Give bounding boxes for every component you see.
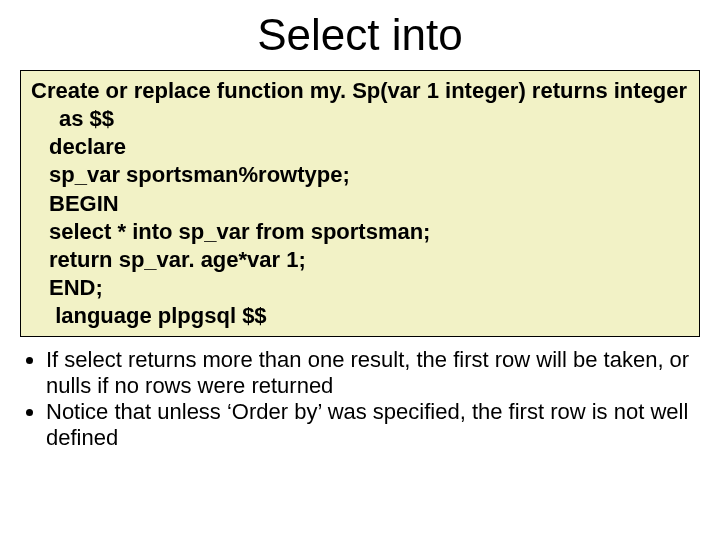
code-line: sp_var sportsman%rowtype; bbox=[31, 161, 689, 189]
code-line: Create or replace function my. Sp(var 1 … bbox=[31, 77, 689, 133]
slide: Select into Create or replace function m… bbox=[0, 0, 720, 540]
bullet-list: If select returns more than one result, … bbox=[20, 347, 700, 451]
code-line: language plpgsql $$ bbox=[31, 302, 689, 330]
bullet-item: If select returns more than one result, … bbox=[46, 347, 700, 399]
code-line: declare bbox=[31, 133, 689, 161]
code-line: return sp_var. age*var 1; bbox=[31, 246, 689, 274]
code-line: select * into sp_var from sportsman; bbox=[31, 218, 689, 246]
code-box: Create or replace function my. Sp(var 1 … bbox=[20, 70, 700, 337]
slide-title: Select into bbox=[20, 10, 700, 60]
bullet-item: Notice that unless ‘Order by’ was specif… bbox=[46, 399, 700, 451]
code-line: BEGIN bbox=[31, 190, 689, 218]
code-line: END; bbox=[31, 274, 689, 302]
